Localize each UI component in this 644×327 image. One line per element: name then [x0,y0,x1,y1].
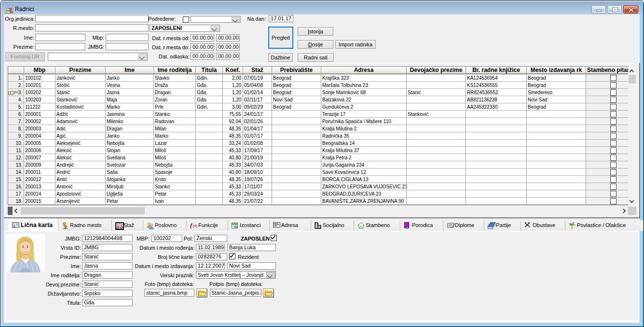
svg-text:2: 2 [121,223,123,227]
svg-text:1: 1 [117,223,119,227]
svg-text:(θ): (θ) [193,224,198,228]
